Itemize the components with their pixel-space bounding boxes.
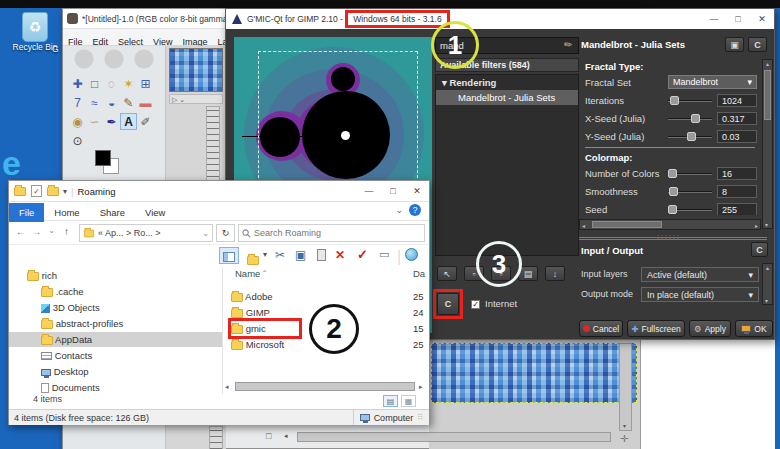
parameter-value[interactable]: 8 [717,185,757,198]
cut-icon[interactable]: ✂ [275,248,285,262]
address-dropdown-icon[interactable]: ⌄ [202,229,209,238]
ink-tool[interactable]: ✒ [103,114,120,131]
ok-button[interactable]: OK [735,320,773,337]
color-picker-tool[interactable]: ✐ [137,114,154,131]
paintbrush-tool[interactable]: ✎ [120,95,137,112]
minimize-icon[interactable]: — [702,9,726,29]
search-input[interactable] [254,228,374,238]
close-icon[interactable]: ✕ [405,181,429,202]
files-hscroll-left-icon[interactable]: ◂ [225,383,229,391]
parameter-value[interactable]: 1024 [717,94,757,107]
slider-handle[interactable] [691,114,700,123]
address-bar[interactable]: « Ap... > Ro... > ⌄ [79,224,213,242]
canvas-hscrollbar[interactable] [297,432,611,442]
file-row-adobe[interactable]: Adobe25 [231,289,427,304]
apply-button[interactable]: ⚙Apply [689,320,731,337]
canvas-hscroll-left-icon[interactable]: ◂ [284,432,288,440]
io-vscrollbar[interactable]: ▴▾ [762,263,773,305]
explorer-titlebar[interactable]: ✓ ▾ | Roaming — □ ✕ [9,181,429,202]
parameter-value[interactable]: 0.03 [717,130,757,143]
tree-item-rich[interactable]: rich [9,268,223,283]
delete-icon[interactable]: ✕ [335,248,345,262]
move-tool[interactable]: ✚ [69,76,86,93]
close-icon[interactable]: ✕ [750,9,774,29]
cancel-button[interactable]: Cancel [579,320,623,337]
list-view-toggle[interactable]: ▤ [383,395,398,407]
internet-checkbox[interactable]: ✓ [471,300,480,309]
copy-icon[interactable]: ▣ [295,248,306,262]
output-mode-select[interactable]: In place (default)▾ [641,287,759,302]
zoom-tool[interactable]: ⊙ [69,133,86,150]
add-fave-button[interactable]: ↖ [437,266,457,281]
tab-share[interactable]: Share [90,203,135,222]
tab-view[interactable]: View [135,203,175,222]
forward-icon[interactable]: → [29,226,44,237]
transform-tool[interactable]: 7 [69,95,86,112]
address-path[interactable]: « Ap... > Ro... > [98,228,199,238]
parameter-select[interactable]: Mandelbrot▾ [668,75,757,89]
parameter-value[interactable]: 255 [717,203,757,216]
tree-item--cache[interactable]: .cache [9,284,223,299]
slider-handle[interactable] [668,169,677,178]
confirm-icon[interactable]: ✓ [357,247,368,262]
files-hscroll-right-icon[interactable]: ▸ [419,383,423,391]
maximize-icon[interactable]: □ [381,181,405,202]
crop-tool[interactable]: ⊞ [137,76,154,93]
parameter-slider[interactable] [668,96,712,105]
parameter-slider[interactable] [668,187,712,196]
quickmask-toggle[interactable]: □ [266,431,271,441]
tree-item-documents[interactable]: Documents [9,380,223,394]
scroll-down-icon[interactable]: ▾ [623,422,626,429]
text-tool[interactable]: A [120,113,137,130]
rename-icon[interactable]: ▭ [379,248,389,261]
thumb-view-toggle[interactable]: ▦ [401,395,416,407]
parameter-slider[interactable] [668,132,712,141]
tree-filter-mandelbrot[interactable]: Mandelbrot - Julia Sets [436,90,578,105]
pattern-thumbnail[interactable] [169,48,223,92]
paste-icon[interactable] [317,249,326,261]
maximize-icon[interactable]: □ [726,9,750,29]
refresh-button[interactable]: ↻ [216,224,235,242]
tree-item-desktop[interactable]: Desktop [9,364,223,379]
column-header-name[interactable]: Name ˆ [235,268,266,279]
params-vscrollbar[interactable]: ▴▾ [762,59,773,229]
tree-item-appdata[interactable]: AppData [9,332,223,347]
parameter-value[interactable]: 16 [717,167,757,180]
search-box[interactable] [238,224,425,242]
clone-tool[interactable]: ◉ [69,114,86,131]
preview-pane-toggle[interactable] [219,247,239,264]
qat-dropdown-icon[interactable]: ▾ [63,187,67,196]
free-select-tool[interactable]: ◌ [103,76,120,93]
params-hscrollbar[interactable]: ◂▸ [579,219,761,230]
input-layers-select[interactable]: Active (default)▾ [641,267,759,282]
gmic-titlebar[interactable]: G'MIC-Qt for GIMP 2.10 - Windows 64 bits… [226,9,774,29]
eraser-tool[interactable]: ▬ [137,95,154,112]
back-icon[interactable]: ← [13,226,28,237]
bucket-fill-tool[interactable]: ◒ [103,95,120,112]
qat-folder-icon[interactable] [14,187,26,196]
qat-newfolder-icon[interactable] [47,187,59,196]
tree-item-contacts[interactable]: Contacts [9,348,223,363]
nav-cross-icon[interactable]: ✛ [620,433,628,444]
fuzzy-select-tool[interactable]: ✶ [120,76,137,93]
help-icon[interactable]: ? [409,204,421,216]
up-icon[interactable]: ↑ [59,226,74,237]
parameter-slider[interactable] [668,169,712,178]
files-hscrollbar[interactable] [235,382,415,391]
minimize-icon[interactable]: — [357,181,381,202]
parameter-slider[interactable] [668,205,712,214]
copy-command-button[interactable]: ▣ [725,37,744,52]
column-header-date[interactable]: Da [413,268,429,279]
update-filters-button[interactable]: C [437,293,459,315]
tab-file[interactable]: File [9,203,44,222]
download-filters-button[interactable]: ↓ [545,266,565,281]
canvas-vscrollbar[interactable]: ▾ [619,343,632,431]
fullscreen-button[interactable]: ✚Fullscreen [627,320,685,337]
slider-handle[interactable] [669,187,678,196]
parameter-value[interactable]: 0.317 [717,112,757,125]
ribbon-expand-icon[interactable]: ⌄ [395,205,403,215]
new-folder-icon[interactable] [247,256,259,265]
tree-category-rendering[interactable]: ▾ Rendering [436,75,578,90]
qat-properties-icon[interactable]: ✓ [31,185,42,197]
slider-handle[interactable] [687,132,696,141]
